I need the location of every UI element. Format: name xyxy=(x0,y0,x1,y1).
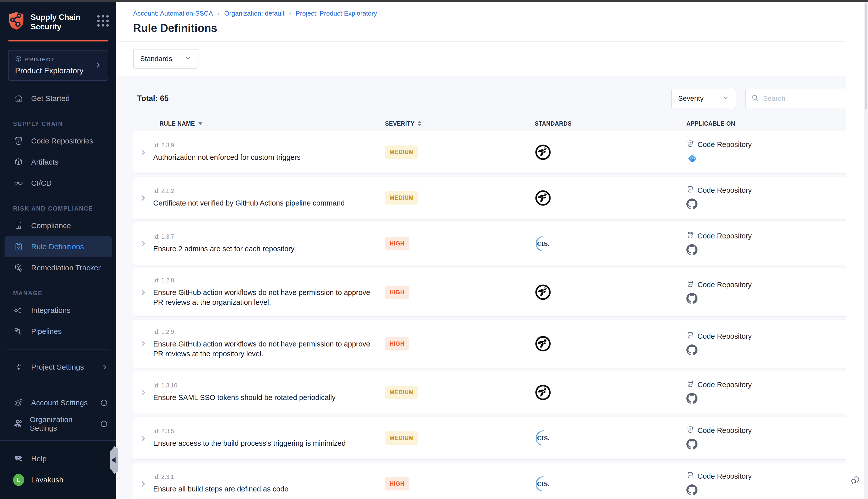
column-standards: STANDARDS xyxy=(535,120,686,127)
code-repository-icon: </> xyxy=(686,231,694,241)
expand-row-chevron-icon[interactable] xyxy=(133,340,153,348)
expand-row-chevron-icon[interactable] xyxy=(133,480,153,488)
sidebar-item-artifacts[interactable]: Artifacts xyxy=(0,151,116,173)
section-label-supply-chain: SUPPLY CHAIN xyxy=(13,121,116,127)
code-repository-icon: </> xyxy=(686,332,694,341)
table-row[interactable]: Id: 2.3.5 Ensure access to the build pro… xyxy=(133,417,866,459)
standards-cell xyxy=(535,144,686,160)
project-selector[interactable]: PROJECT Product Exploratory xyxy=(8,50,108,81)
search-box xyxy=(745,89,853,108)
sort-both-icon xyxy=(418,121,421,126)
gear-icon xyxy=(13,362,24,372)
user-name: Lavakush xyxy=(31,476,63,484)
total-count: Total: 65 xyxy=(137,94,169,103)
search-input[interactable] xyxy=(763,95,847,102)
standards-cell xyxy=(535,336,686,352)
applicable-on-label-text: Code Repository xyxy=(697,281,752,289)
rules-content: Total: 65 Severity RULE NAME SEVERI xyxy=(116,76,868,499)
svg-text:</>: </> xyxy=(689,189,692,191)
standards-filter-bar: Standards xyxy=(116,42,868,76)
expand-row-chevron-icon[interactable] xyxy=(133,240,153,247)
severity-badge: HIGH xyxy=(385,237,409,250)
standards-filter-dropdown[interactable]: Standards xyxy=(133,49,198,69)
rule-name: Certificate not verified by GitHub Actio… xyxy=(153,198,374,208)
rule-id: Id: 1.3.10 xyxy=(153,382,383,389)
svg-text:</>: </> xyxy=(689,234,692,237)
table-row[interactable]: Id: 1.3.7 Ensure 2 admins are set for ea… xyxy=(133,222,866,265)
sidebar-collapse-handle[interactable] xyxy=(110,446,118,474)
info-icon[interactable] xyxy=(100,399,108,406)
provider-icon-slot xyxy=(686,393,697,404)
rule-name: Authorization not enforced for custom tr… xyxy=(153,153,374,162)
rule-name: Ensure all build steps are defined as co… xyxy=(153,484,374,494)
sidebar-item-integrations[interactable]: Integrations xyxy=(0,300,116,321)
column-severity[interactable]: SEVERITY xyxy=(383,120,535,127)
rule-id: Id: 2.3.5 xyxy=(153,428,383,435)
scrollbar[interactable] xyxy=(864,2,868,499)
section-label-manage: MANAGE xyxy=(13,290,116,297)
table-row[interactable]: Id: 1.2.8 Ensure GitHub action workflows… xyxy=(133,268,866,316)
svg-text:</>: </> xyxy=(690,157,695,160)
rule-name: Ensure 2 admins are set for each reposit… xyxy=(153,244,374,254)
table-row[interactable]: Id: 1.2.9 Ensure GitHub action workflows… xyxy=(133,320,866,368)
table-row[interactable]: Id: 2.3.1 Ensure all build steps are def… xyxy=(133,463,866,499)
info-icon[interactable] xyxy=(100,420,108,428)
sidebar-item-organization-settings[interactable]: Organization Settings xyxy=(0,413,116,435)
provider-icon-slot xyxy=(686,439,697,450)
table-row[interactable]: Id: 1.3.10 Ensure SAML SSO tokens should… xyxy=(133,371,866,414)
standards-cell: CIS. xyxy=(535,430,686,447)
rule-name: Ensure GitHub action workflows do not ha… xyxy=(153,288,374,307)
column-rule-name[interactable]: RULE NAME xyxy=(153,120,383,127)
sidebar-item-remediation-tracker[interactable]: Remediation Tracker xyxy=(0,257,116,278)
severity-badge: MEDIUM xyxy=(385,431,418,445)
standards-cell xyxy=(535,384,686,401)
rule-id: Id: 2.1.2 xyxy=(153,188,383,194)
severity-filter-dropdown[interactable]: Severity xyxy=(671,89,736,108)
sidebar-nav: Get Started SUPPLY CHAIN </> Code Reposi… xyxy=(0,88,116,440)
project-name: Product Exploratory xyxy=(15,66,101,75)
sidebar-divider xyxy=(7,385,110,385)
sidebar-item-pipelines[interactable]: Pipelines xyxy=(0,321,116,342)
user-menu[interactable]: L Lavakush xyxy=(0,469,116,490)
sidebar-item-code-repositories[interactable]: </> Code Repositories xyxy=(0,130,116,151)
expand-row-chevron-icon[interactable] xyxy=(133,148,153,156)
sidebar-item-project-settings[interactable]: Project Settings xyxy=(0,356,116,378)
expand-row-chevron-icon[interactable] xyxy=(133,194,153,202)
owasp-icon xyxy=(535,336,551,352)
table-row[interactable]: Id: 2.1.2 Certificate not verified by Gi… xyxy=(133,177,866,219)
owasp-icon xyxy=(535,384,551,401)
expand-row-chevron-icon[interactable] xyxy=(133,389,153,396)
github-icon xyxy=(686,484,697,496)
severity-badge: HIGH xyxy=(385,337,409,351)
applicable-on-label-text: Code Repository xyxy=(697,141,752,149)
svg-text:</>: </> xyxy=(689,429,692,431)
cis-icon: CIS. xyxy=(535,476,551,492)
expand-row-chevron-icon[interactable] xyxy=(133,435,153,442)
sidebar-item-account-settings[interactable]: Account Settings xyxy=(0,392,116,413)
applicable-on-label-text: Code Repository xyxy=(697,381,752,389)
breadcrumb-account-link[interactable]: Account: Automation-SSCA xyxy=(133,10,213,17)
rule-id: Id: 2.3.9 xyxy=(153,142,383,149)
sidebar-item-rule-definitions[interactable]: Rule Definitions xyxy=(4,236,112,257)
table-row[interactable]: Id: 2.3.9 Authorization not enforced for… xyxy=(133,131,866,173)
breadcrumb-organization-link[interactable]: Organization: default xyxy=(224,10,285,17)
rule-name: Ensure access to the build process's tri… xyxy=(153,438,374,448)
svg-text:</>: </> xyxy=(689,383,692,386)
grid-9-icon[interactable] xyxy=(97,15,109,27)
sidebar-item-cicd[interactable]: CI/CD xyxy=(0,173,116,194)
breadcrumb-separator: › xyxy=(218,10,220,17)
chat-bubbles-icon[interactable] xyxy=(851,474,861,486)
sidebar-item-compliance[interactable]: Compliance xyxy=(0,215,116,236)
github-icon xyxy=(686,293,697,305)
breadcrumb-project-link[interactable]: Project: Product Exploratory xyxy=(296,10,377,17)
remediation-box-icon xyxy=(13,263,24,272)
expand-row-chevron-icon[interactable] xyxy=(133,289,153,296)
scrollbar-thumb[interactable] xyxy=(865,3,867,109)
sidebar-item-get-started[interactable]: Get Started xyxy=(0,88,116,109)
sidebar-item-help[interactable]: ? Help xyxy=(0,448,116,469)
severity-badge: HIGH xyxy=(385,477,409,490)
page-header: Account: Automation-SSCA › Organization:… xyxy=(116,2,868,42)
cis-icon: CIS. xyxy=(535,430,551,447)
collapse-arrow-icon xyxy=(112,457,115,463)
main-panel: Account: Automation-SSCA › Organization:… xyxy=(116,2,868,499)
